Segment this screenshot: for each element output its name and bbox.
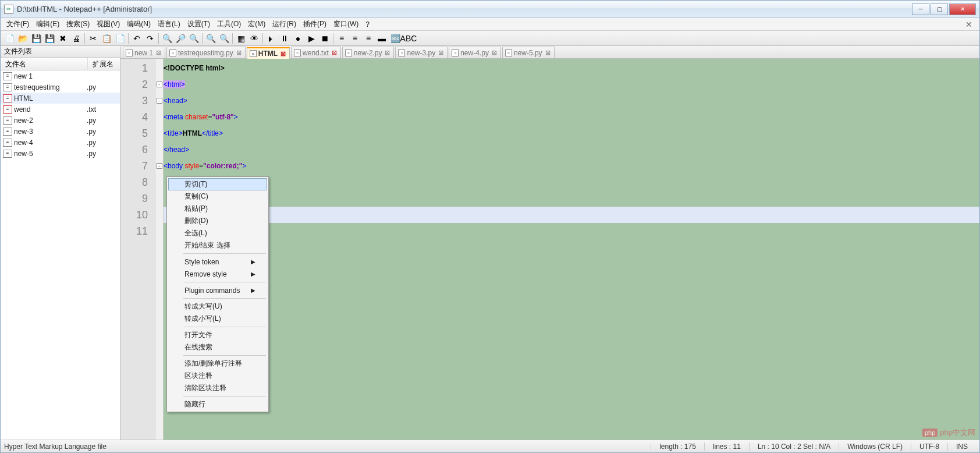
title-bar[interactable]: D:\txt\HTML - Notepad++ [Administrator] … <box>1 1 979 18</box>
context-menu-item[interactable]: Remove style▶ <box>168 268 267 280</box>
toolbar-button[interactable]: 💾 <box>43 32 56 45</box>
fold-toggle-icon[interactable]: - <box>157 82 162 87</box>
toolbar-button[interactable]: 📄 <box>113 32 126 45</box>
close-button[interactable]: ✕ <box>949 3 976 15</box>
context-menu-item[interactable]: 开始/结束 选择 <box>168 239 267 252</box>
toolbar-button[interactable]: 🖨 <box>70 32 83 45</box>
context-menu-item[interactable]: 隐藏行 <box>168 398 267 410</box>
context-menu-item[interactable]: 转成大写(U) <box>168 300 267 313</box>
editor-tab[interactable]: ≡new-2.py⊠ <box>342 47 395 58</box>
code-line[interactable]: </head> <box>164 141 979 158</box>
col-ext[interactable]: 扩展名 <box>88 58 120 70</box>
editor-tab[interactable]: ≡testrequestimg.py⊠ <box>166 47 246 58</box>
context-menu-item[interactable]: 区块注释 <box>168 370 267 382</box>
menu-close-x[interactable]: ✕ <box>961 20 977 29</box>
toolbar-button[interactable]: ⏵ <box>265 32 278 45</box>
context-menu-item[interactable]: 添加/删除单行注释 <box>168 358 267 370</box>
code-line[interactable] <box>164 223 979 239</box>
menu-item[interactable]: 运行(R) <box>269 18 300 30</box>
toolbar-button[interactable]: ≡ <box>349 32 361 45</box>
toolbar-button[interactable]: ▶ <box>305 32 318 45</box>
fold-toggle-icon[interactable]: - <box>157 163 162 169</box>
toolbar-button[interactable]: 👁 <box>248 32 261 45</box>
toolbar-button[interactable]: ▬ <box>375 32 388 45</box>
toolbar-button[interactable]: ● <box>292 32 304 45</box>
tab-close-icon[interactable]: ⊠ <box>331 49 338 56</box>
file-row[interactable]: ≡new-5.py <box>1 148 120 159</box>
toolbar-button[interactable]: ≡ <box>362 32 375 45</box>
toolbar-button[interactable]: 📋 <box>100 32 113 45</box>
toolbar-button[interactable]: ABC <box>402 32 415 45</box>
editor-tab[interactable]: ≡new-3.py⊠ <box>395 47 448 58</box>
context-menu-item[interactable]: 清除区块注释 <box>168 382 267 394</box>
tab-close-icon[interactable]: ⊠ <box>437 49 445 56</box>
code-line[interactable]: <title>HTML</title> <box>164 125 979 141</box>
toolbar-button[interactable]: ▦ <box>235 32 247 45</box>
menu-item[interactable]: 宏(M) <box>244 18 269 30</box>
toolbar-button[interactable]: 🔍 <box>161 32 173 45</box>
editor-tab[interactable]: ≡new-5.py⊠ <box>502 47 555 58</box>
file-row[interactable]: ≡new-2.py <box>1 115 120 126</box>
menu-item[interactable]: 文件(F) <box>3 18 33 30</box>
toolbar-button[interactable]: 💾 <box>30 32 42 45</box>
code-line[interactable]: <head> <box>164 93 979 109</box>
file-row[interactable]: ≡new-3.py <box>1 126 120 137</box>
menu-item[interactable]: ? <box>362 19 373 30</box>
toolbar-button[interactable]: ↶ <box>130 32 143 45</box>
menu-item[interactable]: 语言(L) <box>154 18 184 30</box>
code-area[interactable]: <!DOCTYPE html><html><head><meta charset… <box>164 59 979 440</box>
editor-tab[interactable]: ≡HTML⊠ <box>247 47 290 59</box>
toolbar-button[interactable]: 📂 <box>16 32 29 45</box>
file-row[interactable]: ≡wend.txt <box>1 104 120 115</box>
file-row[interactable]: ≡new 1 <box>1 70 120 82</box>
toolbar-button[interactable]: ✖ <box>56 32 69 45</box>
toolbar-button[interactable]: 📄 <box>3 32 16 45</box>
menu-item[interactable]: 编码(N) <box>123 18 154 30</box>
status-eol[interactable]: Windows (CR LF) <box>839 443 911 451</box>
toolbar-button[interactable]: 🔍 <box>204 32 217 45</box>
tab-close-icon[interactable]: ⊠ <box>384 49 391 56</box>
minimize-button[interactable]: ─ <box>912 3 929 15</box>
context-menu-item[interactable]: Plugin commands▶ <box>168 284 267 296</box>
toolbar-button[interactable]: ≡ <box>335 32 348 45</box>
context-menu-item[interactable]: 在线搜索 <box>168 341 267 353</box>
context-menu-item[interactable]: 打开文件 <box>168 329 267 341</box>
tab-close-icon[interactable]: ⊠ <box>491 49 498 56</box>
editor-tab[interactable]: ≡new 1⊠ <box>123 47 165 58</box>
tab-close-icon[interactable]: ⊠ <box>279 50 287 58</box>
toolbar-button[interactable]: 🔍 <box>218 32 230 45</box>
menu-item[interactable]: 插件(P) <box>300 18 330 30</box>
toolbar-button[interactable]: ⏹ <box>318 32 331 45</box>
toolbar-button[interactable]: ↷ <box>144 32 157 45</box>
tab-close-icon[interactable]: ⊠ <box>155 49 162 56</box>
code-line[interactable] <box>164 207 979 223</box>
menu-item[interactable]: 设置(T) <box>184 18 214 30</box>
tab-close-icon[interactable]: ⊠ <box>235 49 243 56</box>
editor-tab[interactable]: ≡new-4.py⊠ <box>449 47 501 58</box>
code-line[interactable]: <html> <box>164 76 979 93</box>
code-line[interactable]: <p>我的第一个段落。</p> <box>164 174 979 190</box>
context-menu-item[interactable]: 全选(L) <box>168 227 267 239</box>
menu-item[interactable]: 视图(V) <box>93 18 123 30</box>
code-line[interactable]: <body style="color:red;"> <box>164 158 979 174</box>
menu-item[interactable]: 工具(O) <box>214 18 244 30</box>
status-mode[interactable]: INS <box>947 443 976 451</box>
code-line[interactable]: <meta charset="utf-8"> <box>164 109 979 125</box>
context-menu-item[interactable]: 转成小写(L) <box>168 313 267 325</box>
toolbar-button[interactable]: ⏸ <box>278 32 291 45</box>
editor-tab[interactable]: ≡wend.txt⊠ <box>291 47 341 58</box>
context-menu-item[interactable]: 剪切(T) <box>168 178 267 190</box>
menu-item[interactable]: 窗口(W) <box>330 18 362 30</box>
context-menu-item[interactable]: Style token▶ <box>168 256 267 268</box>
file-row[interactable]: ≡HTML <box>1 93 120 104</box>
menu-item[interactable]: 搜索(S) <box>63 18 93 30</box>
file-row[interactable]: ≡testrequestimg.py <box>1 82 120 93</box>
tab-close-icon[interactable]: ⊠ <box>544 49 552 56</box>
context-menu-item[interactable]: 删除(D) <box>168 215 267 227</box>
status-encoding[interactable]: UTF-8 <box>911 443 947 451</box>
code-line[interactable] <box>164 190 979 207</box>
col-filename[interactable]: 文件名 <box>1 58 88 70</box>
file-row[interactable]: ≡new-4.py <box>1 137 120 148</box>
fold-toggle-icon[interactable]: - <box>157 98 162 104</box>
menu-item[interactable]: 编辑(E) <box>33 18 63 30</box>
